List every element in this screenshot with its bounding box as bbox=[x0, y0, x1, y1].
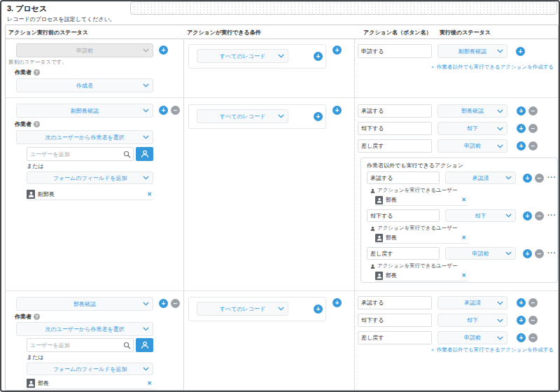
non-worker-action-name-input[interactable] bbox=[367, 172, 440, 184]
non-worker-actions-title: 作業者以外でも実行できるアクション bbox=[367, 162, 463, 169]
add-condition-button-row3[interactable]: + bbox=[314, 304, 323, 314]
remove-user-icon[interactable]: ✕ bbox=[461, 272, 468, 279]
add-condition-group-button-row2[interactable]: + bbox=[332, 106, 342, 115]
remove-action-button[interactable]: − bbox=[535, 249, 544, 258]
create-non-worker-action-link-row1[interactable]: ＋ 作業者以外でも実行できるアクションを作成する bbox=[430, 64, 554, 71]
add-action-button[interactable]: + bbox=[523, 211, 532, 220]
add-status-button-row2[interactable]: + bbox=[159, 106, 168, 115]
remove-action-button[interactable]: − bbox=[528, 316, 538, 325]
add-condition-button-row1[interactable]: + bbox=[314, 52, 323, 61]
action-name-input[interactable] bbox=[358, 139, 432, 153]
status-dropdown-row1[interactable]: 申請前 bbox=[16, 43, 153, 57]
non-worker-next-status-dropdown[interactable]: 承認済 bbox=[445, 172, 516, 184]
remove-action-button[interactable]: − bbox=[528, 106, 538, 115]
add-condition-group-button-row1[interactable]: + bbox=[332, 46, 342, 55]
add-status-button-row3[interactable]: + bbox=[159, 299, 168, 308]
assignee-type-dropdown-row2[interactable]: 次のユーザーから作業者を選択 bbox=[16, 130, 153, 144]
user-icon bbox=[375, 196, 383, 204]
add-action-button[interactable]: + bbox=[523, 174, 532, 183]
next-status-dropdown[interactable]: 申請前 bbox=[438, 331, 507, 344]
remove-status-button-row3[interactable]: − bbox=[171, 299, 180, 308]
remove-status-button-row2[interactable]: − bbox=[171, 106, 180, 115]
action-name-input[interactable] bbox=[358, 331, 432, 344]
action-name-input[interactable] bbox=[358, 296, 432, 309]
form-field-dropdown-row3-value: フォームのフィールドを追加 bbox=[53, 365, 127, 373]
add-action-button[interactable]: + bbox=[523, 249, 532, 258]
non-worker-action-name-input[interactable] bbox=[367, 247, 440, 260]
next-status-value: 却下 bbox=[467, 316, 478, 324]
action-name-input[interactable] bbox=[358, 314, 432, 327]
condition-dropdown-row2[interactable]: すべてのレコード bbox=[197, 109, 288, 123]
status-dropdown-row2[interactable]: 副部長確認 bbox=[16, 104, 153, 118]
next-status-dropdown[interactable]: 却下 bbox=[438, 122, 507, 135]
remove-action-button[interactable]: − bbox=[535, 174, 544, 183]
non-worker-action-name-input[interactable] bbox=[367, 209, 440, 222]
action-name-input-row1[interactable] bbox=[358, 44, 432, 58]
collapsed-panel bbox=[130, 1, 557, 15]
search-icon[interactable] bbox=[123, 150, 131, 158]
user-search-input-row2[interactable] bbox=[27, 151, 123, 158]
user-add-icon bbox=[141, 150, 149, 158]
remove-field-icon[interactable]: ✕ bbox=[147, 380, 153, 386]
next-status-dropdown[interactable]: 部長確認 bbox=[438, 104, 507, 118]
non-worker-next-status-dropdown[interactable]: 却下 bbox=[445, 209, 516, 222]
chevron-down-icon bbox=[143, 302, 149, 306]
remove-action-button[interactable]: − bbox=[528, 333, 538, 342]
remove-action-button[interactable]: − bbox=[528, 298, 538, 307]
search-icon[interactable] bbox=[123, 342, 131, 349]
form-field-dropdown-row2[interactable]: フォームのフィールドを追加 bbox=[27, 172, 153, 184]
help-icon[interactable]: ? bbox=[34, 314, 40, 320]
action-name-input[interactable] bbox=[358, 122, 432, 135]
chevron-down-icon bbox=[505, 214, 512, 218]
add-action-button[interactable]: + bbox=[517, 316, 526, 325]
condition-dropdown-row3-value: すべてのレコード bbox=[220, 305, 265, 313]
add-action-button[interactable]: + bbox=[517, 106, 526, 115]
status-dropdown-row3[interactable]: 部長確認 bbox=[16, 297, 153, 311]
next-status-dropdown[interactable]: 申請前 bbox=[438, 139, 507, 153]
next-status-dropdown-row1[interactable]: 副部長確認 bbox=[438, 44, 507, 58]
add-action-button[interactable]: + bbox=[517, 141, 526, 150]
more-options-icon[interactable]: ··· bbox=[547, 173, 556, 182]
assignee-dropdown-row1[interactable]: 作成者 bbox=[16, 78, 153, 92]
help-icon[interactable]: ? bbox=[34, 121, 40, 127]
first-status-note: 最初のステータスです。 bbox=[8, 59, 67, 66]
process-settings-screen: 3. プロセス レコードのプロセスを設定してください。 アクション実行前のステー… bbox=[0, 0, 560, 392]
remove-field-icon[interactable]: ✕ bbox=[147, 191, 153, 197]
next-status-dropdown[interactable]: 却下 bbox=[438, 314, 507, 327]
add-status-button-row1[interactable]: + bbox=[159, 46, 168, 55]
remove-user-icon[interactable]: ✕ bbox=[461, 234, 468, 241]
executable-users-text: アクションを実行できるユーザー bbox=[377, 262, 457, 270]
remove-user-icon[interactable]: ✕ bbox=[461, 197, 468, 203]
non-worker-next-status-dropdown[interactable]: 申請前 bbox=[445, 247, 516, 260]
process-table: アクション実行前のステータス アクションが実行できる条件 アクション名（ボタン名… bbox=[5, 24, 559, 391]
condition-dropdown-row3[interactable]: すべてのレコード bbox=[197, 302, 288, 316]
add-action-button[interactable]: + bbox=[517, 333, 526, 342]
more-options-icon[interactable]: ··· bbox=[547, 211, 556, 220]
add-user-button-row3[interactable] bbox=[136, 338, 153, 352]
add-action-button-row1[interactable]: + bbox=[516, 47, 525, 56]
section-description: レコードのプロセスを設定してください。 bbox=[7, 15, 115, 23]
create-non-worker-action-link-row3[interactable]: ＋ 作業者以外でも実行できるアクションを作成する bbox=[430, 346, 554, 354]
user-search-input-row3[interactable] bbox=[27, 342, 123, 349]
action-name-input[interactable] bbox=[358, 104, 432, 118]
remove-action-button[interactable]: − bbox=[528, 124, 538, 133]
add-action-button[interactable]: + bbox=[517, 124, 526, 133]
add-action-button[interactable]: + bbox=[517, 298, 526, 307]
next-status-dropdown[interactable]: 承認済 bbox=[438, 296, 507, 309]
assignee-type-dropdown-row3[interactable]: 次のユーザーから作業者を選択 bbox=[16, 322, 153, 336]
next-status-value: 部長確認 bbox=[461, 107, 484, 115]
chevron-down-icon bbox=[505, 176, 512, 180]
or-label-row3: または bbox=[27, 354, 44, 361]
remove-action-button[interactable]: − bbox=[535, 211, 544, 220]
add-user-button-row2[interactable] bbox=[136, 147, 153, 161]
form-field-dropdown-row3[interactable]: フォームのフィールドを追加 bbox=[27, 363, 153, 375]
add-condition-button-row2[interactable]: + bbox=[314, 112, 323, 121]
remove-action-button[interactable]: − bbox=[528, 141, 538, 150]
user-mini-icon bbox=[370, 188, 375, 193]
help-icon[interactable]: ? bbox=[34, 69, 40, 76]
add-condition-group-button-row3[interactable]: + bbox=[332, 298, 342, 307]
chevron-down-icon bbox=[497, 318, 503, 323]
more-options-icon[interactable]: ··· bbox=[547, 248, 556, 258]
condition-dropdown-row1[interactable]: すべてのレコード bbox=[197, 49, 288, 63]
user-icon bbox=[375, 272, 383, 280]
